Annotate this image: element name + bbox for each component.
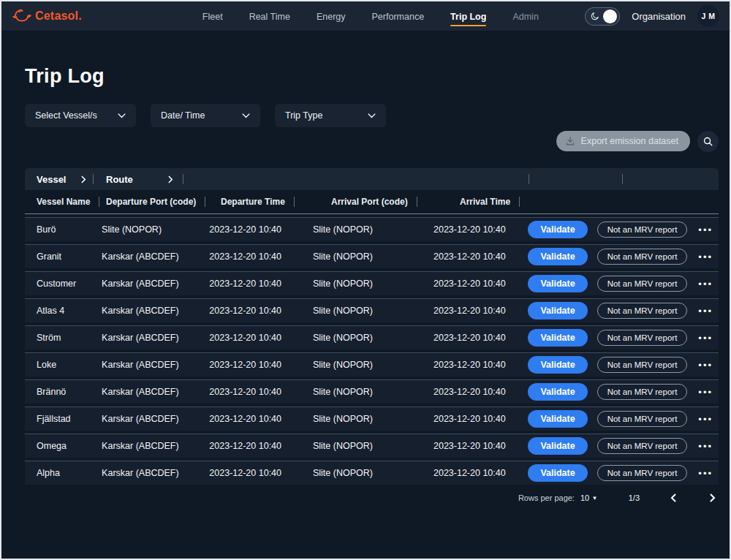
vessel-filter-select[interactable]: Select Vessel/s xyxy=(25,104,136,127)
table-row: Burö Slite (NOPOR) 2023-12-20 10:40 Slit… xyxy=(25,217,719,241)
table-toolbar: Export emission dataset xyxy=(25,129,719,154)
row-menu-button[interactable]: ••• xyxy=(697,467,714,480)
top-navbar: Cetasol. Fleet Real Time Energy Performa… xyxy=(1,1,730,31)
validate-button[interactable]: Validate xyxy=(528,356,587,374)
cell-departure-time: 2023-12-20 10:40 xyxy=(209,279,313,289)
validate-button[interactable]: Validate xyxy=(528,275,587,292)
cell-departure-time: 2023-12-20 10:40 xyxy=(209,333,313,343)
nav-item-performance[interactable]: Performance xyxy=(372,7,425,25)
cell-vessel-name: Granit xyxy=(25,251,102,262)
cell-departure-port: Karskar (ABCDEF) xyxy=(102,333,209,343)
cell-arrival-port: Slite (NOPOR) xyxy=(313,333,433,343)
table-row: Loke Karskar (ABCDEF) 2023-12-20 10:40 S… xyxy=(25,352,719,377)
nav-item-trip-log[interactable]: Trip Log xyxy=(450,7,486,25)
nav-item-energy[interactable]: Energy xyxy=(317,7,346,25)
row-menu-button[interactable]: ••• xyxy=(697,359,714,371)
validate-button[interactable]: Validate xyxy=(528,248,587,265)
cell-actions: Validate Not an MRV report ••• xyxy=(528,275,719,292)
rows-per-page-value: 10 xyxy=(580,493,589,502)
cell-departure-port: Karskar (ABCDEF) xyxy=(102,360,209,370)
brand-logo[interactable]: Cetasol. xyxy=(12,7,82,26)
organisation-button[interactable]: Organisation xyxy=(632,11,686,22)
cell-arrival-port: Slite (NOPOR) xyxy=(313,360,433,370)
cell-departure-time: 2023-12-20 10:40 xyxy=(209,441,313,451)
validate-button[interactable]: Validate xyxy=(528,410,587,428)
cell-departure-port: Karskar (ABCDEF) xyxy=(102,468,209,478)
cell-actions: Validate Not an MRV report ••• xyxy=(528,410,719,428)
row-menu-button[interactable]: ••• xyxy=(697,278,714,290)
validate-button[interactable]: Validate xyxy=(528,302,587,319)
table-body: Burö Slite (NOPOR) 2023-12-20 10:40 Slit… xyxy=(25,217,719,485)
cell-actions: Validate Not an MRV report ••• xyxy=(528,437,719,455)
row-menu-button[interactable]: ••• xyxy=(697,440,714,453)
group-header-vessel[interactable]: Vessel xyxy=(25,168,94,190)
table-group-header: Vessel Route xyxy=(25,168,719,190)
validate-button[interactable]: Validate xyxy=(528,383,587,401)
cell-actions: Validate Not an MRV report ••• xyxy=(528,248,719,265)
column-header-departure-port: Departure Port (code) xyxy=(106,197,221,207)
cell-actions: Validate Not an MRV report ••• xyxy=(528,221,719,238)
datetime-filter-label: Date/ Time xyxy=(161,110,205,121)
validate-button[interactable]: Validate xyxy=(528,221,587,238)
nav-item-fleet[interactable]: Fleet xyxy=(202,7,223,25)
prev-page-button[interactable] xyxy=(667,492,679,504)
mrv-status-badge: Not an MRV report xyxy=(597,357,688,373)
cell-departure-port: Karskar (ABCDEF) xyxy=(102,251,209,262)
cell-departure-port: Karskar (ABCDEF) xyxy=(102,387,209,397)
user-avatar[interactable]: J M xyxy=(697,5,719,27)
mrv-status-badge: Not an MRV report xyxy=(597,249,688,265)
table-row: Customer Karskar (ABCDEF) 2023-12-20 10:… xyxy=(25,271,719,295)
group-header-spacer xyxy=(183,168,529,190)
validate-button[interactable]: Validate xyxy=(528,464,587,482)
nav-item-real-time[interactable]: Real Time xyxy=(249,7,290,25)
cell-arrival-port: Slite (NOPOR) xyxy=(313,414,433,424)
cell-arrival-port: Slite (NOPOR) xyxy=(313,251,433,262)
next-page-button[interactable] xyxy=(707,492,719,504)
group-route-label: Route xyxy=(106,174,133,185)
cell-vessel-name: Loke xyxy=(25,360,102,370)
cell-arrival-time: 2023-12-20 10:40 xyxy=(433,333,528,343)
search-button[interactable] xyxy=(697,131,719,152)
cell-vessel-name: Atlas 4 xyxy=(25,306,102,316)
group-header-spacer xyxy=(529,168,623,190)
column-header-vessel-name: Vessel Name xyxy=(25,197,106,207)
search-icon xyxy=(702,136,713,147)
nav-item-admin[interactable]: Admin xyxy=(512,7,538,25)
cell-departure-time: 2023-12-20 10:40 xyxy=(209,468,313,478)
validate-button[interactable]: Validate xyxy=(528,437,587,455)
datetime-filter-select[interactable]: Date/ Time xyxy=(151,104,260,127)
table-row: Atlas 4 Karskar (ABCDEF) 2023-12-20 10:4… xyxy=(25,298,719,322)
theme-toggle[interactable] xyxy=(585,7,620,26)
main-nav: Fleet Real Time Energy Performance Trip … xyxy=(202,7,539,25)
cell-departure-time: 2023-12-20 10:40 xyxy=(209,414,313,424)
mrv-status-badge: Not an MRV report xyxy=(597,276,688,292)
row-menu-button[interactable]: ••• xyxy=(697,305,714,317)
mrv-status-badge: Not an MRV report xyxy=(597,438,688,454)
trip-log-table: Vessel Route Vessel Name xyxy=(25,168,719,505)
mrv-status-badge: Not an MRV report xyxy=(597,330,688,346)
rows-per-page-select[interactable]: 10 ▾ xyxy=(580,493,596,502)
row-menu-button[interactable]: ••• xyxy=(697,332,714,344)
cell-departure-port: Slite (NOPOR) xyxy=(102,224,209,235)
row-menu-button[interactable]: ••• xyxy=(697,413,714,425)
cell-actions: Validate Not an MRV report ••• xyxy=(528,356,719,374)
row-menu-button[interactable]: ••• xyxy=(697,251,714,263)
rows-per-page-label: Rows per page: xyxy=(518,493,575,502)
mrv-status-badge: Not an MRV report xyxy=(597,222,688,238)
column-divider xyxy=(519,197,520,207)
cetasol-whale-icon xyxy=(12,7,31,26)
cell-arrival-port: Slite (NOPOR) xyxy=(313,279,433,289)
table-row: Brännö Karskar (ABCDEF) 2023-12-20 10:40… xyxy=(25,379,719,404)
row-menu-button[interactable]: ••• xyxy=(697,386,714,398)
navbar-right: Organisation J M xyxy=(585,5,719,27)
validate-button[interactable]: Validate xyxy=(528,329,587,347)
cell-arrival-port: Slite (NOPOR) xyxy=(313,306,433,316)
trip-type-filter-select[interactable]: Trip Type xyxy=(275,104,386,127)
cell-actions: Validate Not an MRV report ••• xyxy=(528,329,719,347)
cell-arrival-port: Slite (NOPOR) xyxy=(313,468,433,478)
chevron-down-icon xyxy=(368,113,376,118)
row-menu-button[interactable]: ••• xyxy=(697,224,714,236)
cell-departure-port: Karskar (ABCDEF) xyxy=(102,306,209,316)
export-emission-dataset-button[interactable]: Export emission dataset xyxy=(556,131,690,151)
group-header-route[interactable]: Route xyxy=(94,168,183,190)
